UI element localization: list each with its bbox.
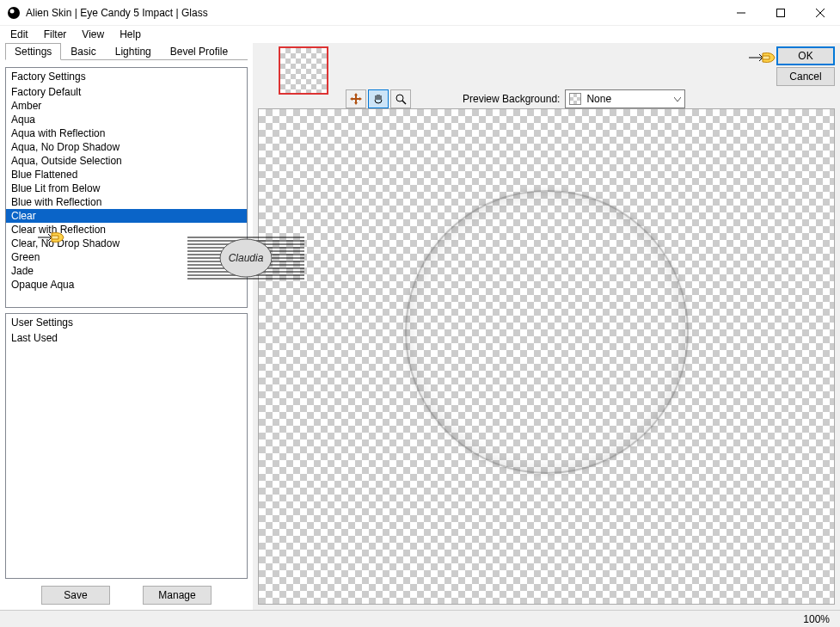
preview-toolbar: Preview Background: None OK Cancel — [253, 43, 840, 108]
preview-thumbnail[interactable] — [279, 46, 328, 95]
menu-filter[interactable]: Filter — [37, 27, 74, 42]
svg-line-7 — [402, 101, 406, 104]
user-item[interactable]: Last Used — [6, 331, 247, 345]
tab-lighting[interactable]: Lighting — [106, 43, 161, 59]
factory-item[interactable]: Clear, No Drop Shadow — [6, 237, 247, 250]
manage-button[interactable]: Manage — [143, 586, 212, 605]
zoom-indicator: 100% — [803, 613, 830, 625]
status-bar: 100% — [0, 610, 840, 627]
move-tool-button[interactable] — [346, 89, 366, 108]
user-settings-heading: User Settings — [6, 314, 247, 331]
window-title: Alien Skin | Eye Candy 5 Impact | Glass — [26, 7, 721, 19]
app-icon — [7, 6, 21, 20]
svg-point-6 — [396, 95, 403, 101]
preview-tool-row — [346, 89, 411, 108]
factory-item[interactable]: Aqua with Reflection — [6, 126, 247, 140]
factory-item[interactable]: Jade — [6, 264, 247, 278]
tab-basic[interactable]: Basic — [61, 43, 105, 59]
factory-item[interactable]: Factory Default — [6, 85, 247, 99]
factory-item[interactable]: Clear with Reflection — [6, 223, 247, 237]
checker-swatch-icon — [569, 93, 581, 105]
maximize-button[interactable] — [761, 0, 800, 25]
right-panel: Preview Background: None OK Cancel — [253, 43, 840, 610]
factory-settings-heading: Factory Settings — [6, 68, 247, 85]
menu-help[interactable]: Help — [113, 27, 148, 42]
user-settings-list[interactable]: User Settings Last Used — [5, 313, 248, 579]
settings-button-row: Save Manage — [5, 579, 248, 605]
factory-item[interactable]: Aqua, Outside Selection — [6, 154, 247, 168]
close-button[interactable] — [800, 0, 840, 25]
svg-rect-3 — [777, 9, 785, 16]
factory-item[interactable]: Clear — [6, 209, 247, 223]
factory-item[interactable]: Blue with Reflection — [6, 195, 247, 209]
save-button[interactable]: Save — [41, 586, 110, 605]
tab-bevel-profile[interactable]: Bevel Profile — [161, 43, 237, 59]
factory-item[interactable]: Blue Lit from Below — [6, 181, 247, 195]
content-area: SettingsBasicLightingBevel Profile Facto… — [0, 43, 840, 610]
chevron-down-icon — [674, 93, 681, 105]
preview-bg-row: Preview Background: None — [463, 89, 685, 108]
effect-preview[interactable] — [258, 108, 835, 605]
factory-item[interactable]: Green — [6, 250, 247, 264]
preview-bg-label: Preview Background: — [463, 93, 560, 105]
hand-tool-button[interactable] — [368, 89, 389, 108]
tab-strip: SettingsBasicLightingBevel Profile — [5, 43, 248, 60]
left-panel: SettingsBasicLightingBevel Profile Facto… — [0, 43, 253, 610]
zoom-tool-button[interactable] — [390, 89, 411, 108]
svg-point-0 — [8, 7, 20, 19]
factory-item[interactable]: Opaque Aqua — [6, 278, 247, 292]
cancel-button[interactable]: Cancel — [776, 67, 835, 86]
hand-icon — [372, 93, 384, 105]
arrows-icon — [350, 93, 362, 105]
tab-settings[interactable]: Settings — [5, 43, 61, 60]
factory-item[interactable]: Blue Flattened — [6, 168, 247, 181]
preview-bg-value: None — [586, 93, 611, 105]
svg-point-1 — [10, 9, 15, 13]
titlebar: Alien Skin | Eye Candy 5 Impact | Glass — [0, 0, 840, 26]
menubar: Edit Filter View Help — [0, 26, 840, 43]
factory-item[interactable]: Aqua — [6, 113, 247, 126]
factory-item[interactable]: Aqua, No Drop Shadow — [6, 140, 247, 154]
ok-button[interactable]: OK — [776, 46, 835, 65]
preview-bg-combo[interactable]: None — [565, 89, 685, 108]
menu-edit[interactable]: Edit — [3, 27, 35, 42]
glass-effect-circle — [405, 190, 689, 474]
minimize-button[interactable] — [721, 0, 761, 25]
dialog-actions: OK Cancel — [776, 46, 835, 86]
window-controls — [721, 0, 840, 25]
menu-view[interactable]: View — [75, 27, 111, 42]
factory-settings-list[interactable]: Factory Settings Factory DefaultAmberAqu… — [5, 67, 248, 308]
magnifier-icon — [395, 93, 407, 105]
factory-item[interactable]: Amber — [6, 99, 247, 113]
